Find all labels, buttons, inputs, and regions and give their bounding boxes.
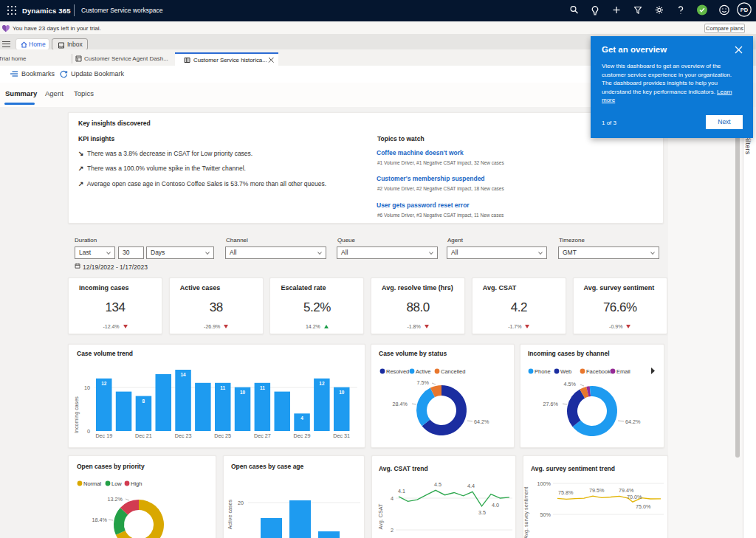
svg-text:8: 8 (142, 399, 145, 404)
svg-text:Active: Active (416, 368, 430, 375)
svg-text:Web: Web (560, 368, 571, 375)
svg-text:Resolved: Resolved (386, 368, 409, 375)
svg-text:14: 14 (181, 372, 187, 377)
svg-text:Facebook: Facebook (586, 368, 611, 375)
svg-text:4: 4 (300, 415, 303, 421)
svg-text:Dec 25: Dec 25 (214, 432, 231, 439)
svg-text:PD: PD (740, 7, 749, 13)
svg-text:0: 0 (87, 428, 90, 435)
svg-text:Phone: Phone (535, 368, 551, 375)
svg-text:11: 11 (220, 385, 225, 390)
svg-text:12: 12 (101, 381, 107, 386)
svg-text:Dec 21: Dec 21 (135, 432, 152, 439)
svg-text:Dec 23: Dec 23 (175, 432, 192, 439)
svg-text:10: 10 (84, 384, 90, 391)
svg-text:10: 10 (339, 390, 345, 395)
svg-text:Dec 27: Dec 27 (254, 432, 271, 439)
svg-text:Dec 29: Dec 29 (294, 432, 311, 439)
svg-text:12: 12 (319, 381, 325, 386)
svg-text:10: 10 (240, 390, 246, 395)
svg-text:Dec 31: Dec 31 (333, 432, 350, 439)
svg-text:11: 11 (260, 385, 265, 390)
svg-text:Dec 19: Dec 19 (95, 432, 112, 439)
svg-text:Incoming cases: Incoming cases (73, 396, 80, 433)
svg-text:Email: Email (616, 368, 630, 375)
svg-text:Cancelled: Cancelled (441, 368, 465, 375)
